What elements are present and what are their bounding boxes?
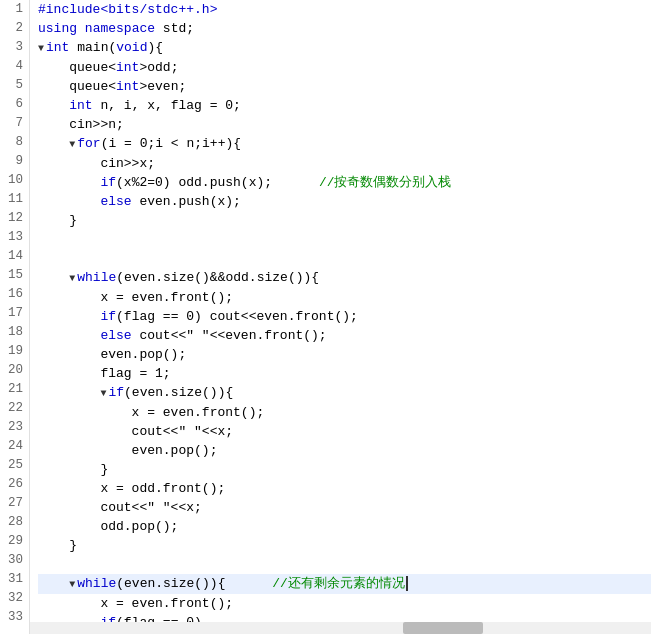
line-number: 15 [0,266,29,285]
line-number: 13 [0,228,29,247]
line-number: 17 [0,304,29,323]
code-line: if(x%2=0) odd.push(x); //按奇数偶数分别入栈 [38,173,651,192]
line-number: 8 [0,133,29,152]
line-number: 22 [0,399,29,418]
code-line: int n, i, x, flag = 0; [38,96,651,115]
code-line: cout<<" "<<x; [38,422,651,441]
code-line: ▼if(even.size()){ [38,383,651,403]
code-line: cin>>x; [38,154,651,173]
code-line: x = odd.front(); [38,479,651,498]
line-number: 28 [0,513,29,532]
line-number: 29 [0,532,29,551]
code-line: ▼int main(void){ [38,38,651,58]
line-number: 27 [0,494,29,513]
line-number: 20 [0,361,29,380]
line-number: 9 [0,152,29,171]
code-line: x = even.front(); [38,288,651,307]
line-number: 11 [0,190,29,209]
line-number: 30 [0,551,29,570]
line-number: 5 [0,76,29,95]
line-number: 21 [0,380,29,399]
scrollbar-thumb[interactable] [403,622,483,634]
code-line: ▼while(even.size()){ //还有剩余元素的情况 [38,574,651,594]
code-area[interactable]: #include<bits/stdc++.h>using namespace s… [30,0,651,634]
code-line: x = even.front(); [38,594,651,613]
code-line: } [38,460,651,479]
code-line: x = even.front(); [38,403,651,422]
code-line: ▼while(even.size()&&odd.size()){ [38,268,651,288]
line-number: 12 [0,209,29,228]
line-number: 31 [0,570,29,589]
code-line [38,230,651,249]
code-line: cin>>n; [38,115,651,134]
code-line: even.pop(); [38,345,651,364]
code-line: flag = 1; [38,364,651,383]
code-line: ▼for(i = 0;i < n;i++){ [38,134,651,154]
line-number: 23 [0,418,29,437]
line-number: 32 [0,589,29,608]
code-container: 1234567891011121314151617181920212223242… [0,0,651,634]
line-number: 19 [0,342,29,361]
code-line: odd.pop(); [38,517,651,536]
horizontal-scrollbar[interactable] [30,622,651,634]
code-line: even.pop(); [38,441,651,460]
line-number: 2 [0,19,29,38]
line-number: 7 [0,114,29,133]
code-line: if(flag == 0) cout<<even.front(); [38,307,651,326]
code-line: } [38,536,651,555]
code-line [38,249,651,268]
code-line: cout<<" "<<x; [38,498,651,517]
line-number: 18 [0,323,29,342]
line-number: 10 [0,171,29,190]
line-number: 26 [0,475,29,494]
line-number: 24 [0,437,29,456]
code-editor: 1234567891011121314151617181920212223242… [0,0,651,634]
line-number: 3 [0,38,29,57]
line-number: 1 [0,0,29,19]
code-line: #include<bits/stdc++.h> [38,0,651,19]
code-line: using namespace std; [38,19,651,38]
line-number: 4 [0,57,29,76]
line-number: 14 [0,247,29,266]
code-line [38,555,651,574]
code-line: else even.push(x); [38,192,651,211]
line-number: 33 [0,608,29,627]
code-line: queue<int>even; [38,77,651,96]
code-line: else cout<<" "<<even.front(); [38,326,651,345]
line-number: 6 [0,95,29,114]
line-numbers: 1234567891011121314151617181920212223242… [0,0,30,634]
line-number: 25 [0,456,29,475]
code-line: queue<int>odd; [38,58,651,77]
line-number: 16 [0,285,29,304]
code-line: } [38,211,651,230]
